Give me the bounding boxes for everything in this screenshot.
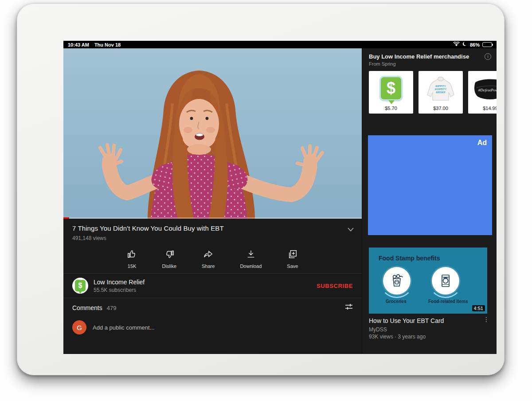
wifi-icon: [453, 42, 460, 47]
ad-banner[interactable]: Ad: [368, 135, 492, 235]
download-icon: [246, 249, 256, 261]
video-frame-illustration: [63, 48, 362, 219]
merch-price: $37.00: [433, 106, 448, 111]
comments-count: 479: [107, 305, 117, 311]
merch-price: $14.99: [483, 106, 497, 111]
save-to-playlist-icon: [288, 249, 297, 261]
clock-time: 10:43 AM: [68, 42, 89, 47]
merch-price: $5.70: [385, 106, 397, 111]
clock-date: Thu Nov 18: [94, 42, 121, 47]
ad-badge: Ad: [477, 139, 487, 147]
hoodie-print-line3: BROKE: [436, 91, 446, 94]
dislike-button[interactable]: Dislike: [162, 249, 176, 269]
merch-shelf-title: Buy Low Income Relief merchandise: [369, 53, 469, 60]
thumbs-down-icon: [164, 249, 174, 261]
video-title: 7 Things You Didn't Know You Could Buy w…: [72, 224, 224, 232]
channel-name[interactable]: Low Income Relief: [94, 279, 145, 286]
save-label: Save: [287, 263, 298, 269]
like-count-label: 15K: [128, 263, 137, 269]
dislike-label: Dislike: [162, 263, 176, 269]
suggested-video-title[interactable]: How to Use Your EBT Card: [369, 317, 444, 324]
channel-avatar[interactable]: $: [72, 278, 88, 294]
suggested-video-stats: 93K views · 3 years ago: [369, 334, 491, 340]
chevron-down-icon[interactable]: [348, 225, 354, 233]
youtube-app-screen: 10:43 AM Thu Nov 18 86%: [63, 41, 497, 354]
download-label: Download: [240, 263, 262, 269]
channel-subscriber-count: 55.5K subscribers: [94, 287, 145, 293]
merch-card-fanny-pack[interactable]: #DefeatPoverty $14.99: [468, 71, 497, 114]
food-related-items-label: Food-related items: [428, 299, 468, 304]
share-arrow-icon: [203, 249, 213, 261]
comment-placeholder-text: Add a public comment...: [93, 324, 154, 331]
suggested-video-meta[interactable]: How to Use Your EBT Card ⋮ MyDSS 93K vie…: [369, 317, 491, 340]
video-info-section: 7 Things You Didn't Know You Could Buy w…: [63, 219, 362, 244]
dollar-sticker-image: $: [369, 75, 413, 102]
share-button[interactable]: Share: [202, 249, 215, 269]
page-background: 10:43 AM Thu Nov 18 86%: [0, 0, 532, 401]
merch-card-dollar-sticker[interactable]: $ $5.70: [369, 71, 413, 114]
dollar-bubble-icon: $: [75, 280, 86, 291]
video-view-count: 491,148 views: [72, 235, 224, 241]
hoodie-print-line2: BOPPITY: [435, 88, 446, 90]
comments-sort-icon[interactable]: [345, 303, 353, 312]
suggested-video-channel: MyDSS: [369, 326, 491, 333]
thumbnail-title-text: Food Stamp benefits: [379, 255, 440, 262]
merch-card-hoodie[interactable]: BIPPITY BOPPITY BROKE $37.00: [419, 71, 463, 114]
subscribe-button[interactable]: SUBSCRIBE: [317, 283, 353, 289]
groceries-label: Groceries: [386, 299, 407, 304]
comments-header: Comments 479: [63, 298, 362, 316]
share-label: Share: [202, 263, 215, 269]
more-options-icon[interactable]: ⋮: [481, 317, 491, 322]
channel-row: $ Low Income Relief 55.5K subscribers SU…: [63, 274, 362, 298]
add-comment-field[interactable]: G Add a public comment...: [63, 316, 362, 341]
do-not-disturb-moon-icon: [462, 42, 467, 47]
user-avatar[interactable]: G: [72, 320, 86, 334]
tablet-device-frame: 10:43 AM Thu Nov 18 86%: [17, 4, 505, 375]
video-progress-fill: [63, 217, 69, 219]
status-bar: 10:43 AM Thu Nov 18 86%: [63, 41, 497, 48]
merch-shelf-subtitle: From Spring: [369, 61, 469, 67]
merch-card-list: $ $5.70 BIPPITY BOPPITY: [362, 71, 497, 114]
video-actions-bar: 15K Dislike Share: [63, 244, 362, 273]
groceries-icon: [383, 267, 411, 295]
fanny-pack-print: #DefeatPoverty: [478, 88, 497, 92]
watch-page-main-column: 7 Things You Didn't Know You Could Buy w…: [63, 48, 362, 354]
battery-percent-label: 86%: [470, 42, 480, 47]
watch-page-sidebar: Buy Low Income Relief merchandise From S…: [362, 48, 497, 354]
video-player[interactable]: [63, 48, 362, 219]
comments-title: Comments: [72, 304, 102, 311]
hoodie-print-line1: BIPPITY: [435, 85, 446, 87]
download-button[interactable]: Download: [240, 249, 262, 269]
food-packet-icon: [432, 267, 459, 295]
battery-icon: [482, 42, 492, 47]
hoodie-image: BIPPITY BOPPITY BROKE: [419, 75, 463, 102]
merch-shelf-header: Buy Low Income Relief merchandise From S…: [362, 48, 497, 67]
suggested-video-thumbnail[interactable]: Food Stamp benefits: [369, 248, 487, 314]
video-duration-badge: 4:51: [472, 305, 485, 311]
fanny-pack-image: #DefeatPoverty: [468, 75, 497, 102]
like-button[interactable]: 15K: [127, 249, 137, 269]
info-icon[interactable]: i: [485, 53, 491, 60]
video-progress-bar[interactable]: [63, 217, 362, 219]
save-button[interactable]: Save: [287, 249, 298, 269]
thumbs-up-icon: [127, 249, 137, 261]
